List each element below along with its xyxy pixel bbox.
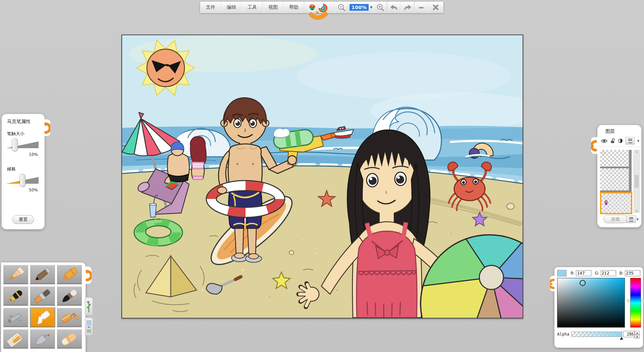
layers-list bbox=[600, 150, 633, 212]
visibility-eye-icon[interactable] bbox=[601, 138, 608, 143]
tool-eraser[interactable] bbox=[57, 329, 82, 349]
alpha-increment-button[interactable]: ▲ bbox=[635, 331, 640, 335]
zoom-out-button[interactable] bbox=[335, 2, 348, 13]
blend-icon[interactable] bbox=[618, 138, 623, 143]
menu-help[interactable]: 帮助 bbox=[283, 2, 304, 13]
current-color-swatch bbox=[557, 270, 567, 277]
shell-small bbox=[289, 251, 294, 255]
tool-colored-pencil[interactable] bbox=[3, 265, 28, 284]
marker-panel-title: 马克笔属性 bbox=[2, 114, 45, 125]
alpha-label: Alpha bbox=[557, 332, 569, 337]
marker-properties-panel: 马克笔属性 笔触大小 10% 稀释 50% 重置 bbox=[2, 114, 45, 229]
minimize-icon bbox=[418, 4, 425, 11]
redo-button[interactable] bbox=[401, 2, 414, 13]
brush-size-track[interactable] bbox=[6, 141, 39, 148]
tool-fountain-pen[interactable] bbox=[3, 286, 28, 306]
plant-icon bbox=[87, 300, 91, 313]
layers-panel-title: 图层 bbox=[597, 125, 641, 134]
alpha-slider[interactable] bbox=[571, 332, 622, 337]
dilution-label: 稀释 bbox=[2, 157, 45, 172]
tool-marker[interactable] bbox=[30, 308, 55, 327]
dilution-thumb[interactable] bbox=[20, 174, 25, 187]
alpha-slider-marker[interactable] bbox=[620, 337, 623, 340]
color-picker-tab-handle[interactable] bbox=[550, 276, 555, 293]
tool-charcoal-pencil[interactable] bbox=[30, 265, 55, 284]
hue-marker-right[interactable] bbox=[641, 299, 644, 302]
saturation-value-gradient[interactable] bbox=[557, 278, 625, 328]
canvas[interactable] bbox=[121, 35, 523, 318]
tool-metal-pen[interactable] bbox=[30, 329, 55, 349]
zoom-dropdown-arrow[interactable]: ▼ bbox=[370, 6, 372, 9]
layer-menu-button[interactable] bbox=[626, 137, 635, 144]
marker-panel-tab-handle[interactable] bbox=[44, 119, 50, 137]
tool-ink-brush[interactable] bbox=[57, 286, 82, 306]
green-swim-ring bbox=[134, 219, 182, 246]
tool-palette bbox=[1, 262, 86, 352]
layer-list-menu-button[interactable] bbox=[627, 216, 636, 223]
alpha-value-input[interactable] bbox=[623, 331, 635, 337]
app-window: 文件 编辑 工具 视图 帮助 bbox=[0, 0, 644, 352]
close-icon bbox=[432, 4, 439, 11]
menu-file[interactable]: 文件 bbox=[200, 2, 221, 13]
blue-label: B: bbox=[620, 271, 624, 276]
shell bbox=[507, 203, 514, 210]
brush-size-label: 笔触大小 bbox=[2, 125, 45, 137]
brush-size-value: 10% bbox=[2, 152, 45, 157]
menu-edit[interactable]: 编辑 bbox=[221, 2, 242, 13]
tool-crayon[interactable] bbox=[57, 265, 82, 284]
logo-nose bbox=[316, 11, 319, 14]
new-layer-button[interactable]: 新建 bbox=[603, 215, 628, 223]
logo-right-eye-icon bbox=[319, 4, 327, 12]
tool-paint-roller[interactable] bbox=[57, 308, 82, 327]
brush-size-slider[interactable] bbox=[6, 138, 40, 152]
scrollbar-thumb[interactable] bbox=[635, 175, 639, 188]
minimize-button[interactable] bbox=[415, 2, 428, 13]
layers-panel-tab-handle[interactable] bbox=[591, 137, 598, 155]
layer-item-2[interactable] bbox=[600, 168, 632, 192]
plant-page-button[interactable] bbox=[85, 297, 93, 315]
green-input[interactable] bbox=[601, 270, 616, 276]
beach-drawing bbox=[122, 35, 523, 318]
toolbar: 文件 编辑 工具 视图 帮助 bbox=[200, 1, 444, 13]
zoom-level-display[interactable]: 100% bbox=[350, 4, 369, 11]
tool-flat-brush[interactable] bbox=[30, 286, 55, 306]
zoom-in-button[interactable] bbox=[374, 2, 387, 13]
tool-palette-tab-handle[interactable] bbox=[85, 267, 92, 285]
alpha-decrement-button[interactable]: ▼ bbox=[635, 335, 640, 339]
layer-item-3-selected[interactable] bbox=[600, 192, 632, 214]
app-logo bbox=[304, 2, 335, 13]
logo-smile bbox=[311, 14, 326, 18]
undo-button[interactable] bbox=[387, 2, 401, 13]
tool-paint-jar[interactable] bbox=[3, 329, 28, 349]
dilution-value: 50% bbox=[2, 188, 45, 192]
scroll-up-arrow[interactable]: ∧ bbox=[636, 150, 638, 154]
close-button[interactable] bbox=[428, 2, 443, 13]
blue-input[interactable] bbox=[625, 270, 640, 276]
layers-scrollbar[interactable]: ∧ ∨ bbox=[634, 150, 640, 213]
undo-icon bbox=[390, 4, 398, 11]
red-label: R: bbox=[571, 271, 575, 276]
dilution-slider[interactable] bbox=[6, 174, 40, 187]
green-label: G: bbox=[595, 271, 599, 276]
menu-tools[interactable]: 工具 bbox=[242, 2, 263, 13]
picture-page-button[interactable] bbox=[85, 317, 93, 336]
reset-button[interactable]: 重置 bbox=[12, 215, 34, 224]
color-picker-panel: R: G: B: Alpha ▲ ▼ bbox=[554, 267, 643, 348]
magnifier-minus-icon bbox=[337, 3, 345, 11]
redo-icon bbox=[403, 4, 412, 11]
layer-list-menu-arrow[interactable]: ▼ bbox=[637, 218, 639, 221]
logo-left-eye-icon bbox=[309, 4, 316, 11]
red-input[interactable] bbox=[576, 270, 591, 276]
menu-view[interactable]: 视图 bbox=[263, 2, 283, 13]
brush-size-thumb[interactable] bbox=[12, 138, 18, 151]
tool-airbrush[interactable] bbox=[3, 308, 28, 327]
layer-item-1[interactable] bbox=[600, 150, 632, 168]
layer-menu-arrow[interactable]: ▼ bbox=[637, 139, 639, 142]
layers-panel: 图层 ▼ bbox=[597, 125, 641, 227]
picture-icon bbox=[87, 320, 91, 333]
lock-icon[interactable] bbox=[610, 138, 615, 144]
sv-cursor[interactable] bbox=[580, 280, 586, 286]
hue-marker-left[interactable] bbox=[627, 299, 630, 302]
scroll-down-arrow[interactable]: ∨ bbox=[636, 209, 638, 213]
hue-bar[interactable] bbox=[630, 278, 641, 328]
